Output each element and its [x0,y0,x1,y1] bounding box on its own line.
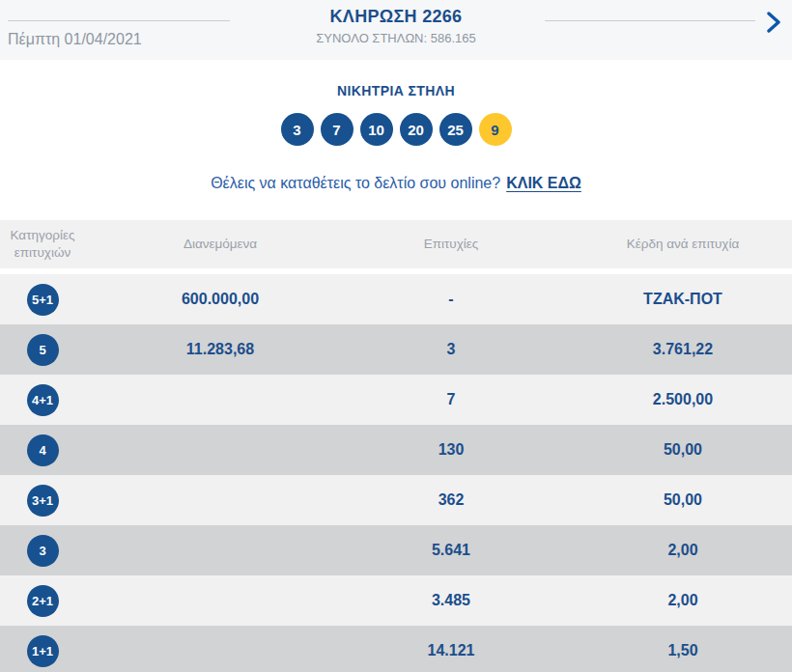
wins-value: 3.485 [355,592,547,609]
winning-number-ball: 20 [400,113,433,146]
column-header-prize: Κέρδη ανά επιτυχία [547,236,792,253]
prize-value: 1,50 [547,642,792,659]
winning-column-heading: ΝΙΚΗΤΡΙΑ ΣΤΗΛΗ [0,83,792,98]
category-badge: 3 [27,535,59,567]
table-row: 5+1 600.000,00 - ΤΖΑΚ-ΠΟΤ [0,274,792,324]
wins-value: 5.641 [355,542,547,559]
winning-number-ball: 7 [321,113,354,146]
winning-numbers: 371020259 [0,113,792,146]
table-header-row: Κατηγορίες επιτυχιών Διανεμόμενα Επιτυχί… [0,220,792,268]
divider-left [8,20,230,21]
draw-title: ΚΛΗΡΩΣΗ 2266 [0,7,792,27]
table-row: 5 11.283,68 3 3.761,22 [0,324,792,375]
chevron-right-icon [767,12,780,33]
prize-value: 50,00 [547,441,792,459]
divider-right [545,20,755,21]
draw-date: Πέμπτη 01/04/2021 [8,31,142,48]
draw-header: ΚΛΗΡΩΣΗ 2266 ΣΥΝΟΛΟ ΣΤΗΛΩΝ: 586.165 Πέμπ… [0,0,792,60]
table-row: 3+1 362 50,00 [0,475,792,525]
table-row: 4+1 7 2.500,00 [0,375,792,425]
category-badge: 2+1 [27,585,59,617]
distributed-value: 600.000,00 [85,291,355,308]
next-draw-button[interactable] [763,11,784,34]
wins-value: 362 [355,491,547,509]
prize-value: 2.500,00 [547,391,792,408]
category-badge: 5+1 [27,284,59,316]
category-badge: 1+1 [27,635,59,667]
prize-value: 2,00 [547,542,792,559]
prize-value: ΤΖΑΚ-ΠΟΤ [547,291,792,308]
table-body: 5+1 600.000,00 - ΤΖΑΚ-ΠΟΤ 5 11.283,68 3 … [0,274,792,672]
table-row: 1+1 14.121 1,50 [0,626,792,672]
column-header-categories: Κατηγορίες επιτυχιών [0,227,85,261]
column-header-wins: Επιτυχίες [355,236,547,253]
category-badge: 5 [27,334,59,366]
category-badge: 4+1 [27,384,59,416]
winning-number-ball: 25 [439,113,472,146]
table-row: 2+1 3.485 2,00 [0,575,792,626]
wins-value: 7 [355,391,547,408]
joker-number-ball: 9 [479,113,512,146]
cta-text: Θέλεις να καταθέτεις το δελτίο σου onlin… [211,175,500,191]
distributed-value: 11.283,68 [85,341,355,358]
click-here-link[interactable]: ΚΛΙΚ ΕΔΩ [506,175,581,191]
online-cta: Θέλεις να καταθέτεις το δελτίο σου onlin… [0,175,792,192]
column-header-distributed: Διανεμόμενα [85,236,355,253]
wins-value: 3 [355,341,547,358]
table-row: 4 130 50,00 [0,425,792,475]
category-badge: 3+1 [27,485,59,517]
table-row: 3 5.641 2,00 [0,525,792,575]
winning-number-ball: 3 [281,113,314,146]
prize-value: 2,00 [547,592,792,609]
wins-value: 14.121 [355,642,547,659]
winning-column-section: ΝΙΚΗΤΡΙΑ ΣΤΗΛΗ 371020259 Θέλεις να καταθ… [0,83,792,192]
wins-value: - [355,291,547,308]
wins-value: 130 [355,441,547,459]
winning-number-ball: 10 [360,113,393,146]
results-table: Κατηγορίες επιτυχιών Διανεμόμενα Επιτυχί… [0,220,792,672]
prize-value: 3.761,22 [547,341,792,358]
category-badge: 4 [27,434,59,466]
prize-value: 50,00 [547,491,792,509]
